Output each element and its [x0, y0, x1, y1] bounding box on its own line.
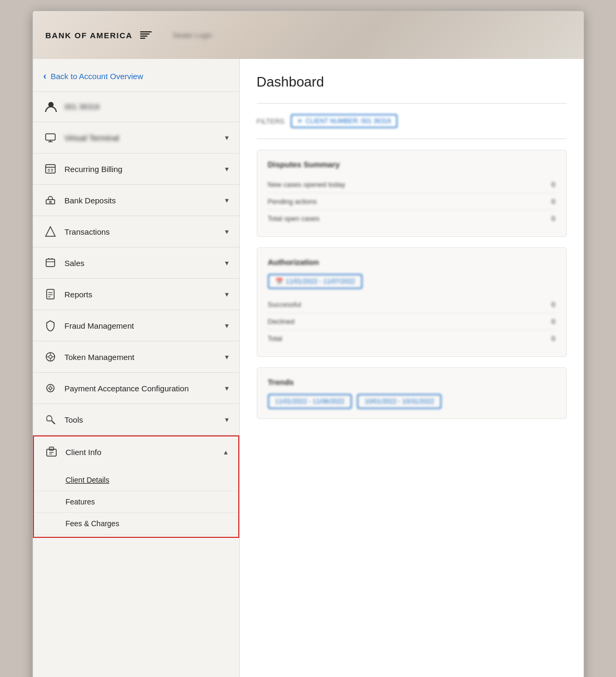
- fraud-management-icon: [44, 319, 57, 332]
- virtual-terminal-label: Virtual Terminal: [65, 133, 119, 142]
- bank-name: BANK OF AMERICA: [46, 31, 133, 40]
- svg-point-29: [49, 387, 51, 390]
- sidebar-item-client-info[interactable]: Client Info ▴: [34, 436, 238, 467]
- sidebar-item-sales[interactable]: Sales ▾: [33, 247, 239, 279]
- token-management-icon: [44, 350, 57, 364]
- main-content: Dashboard FILTERS ✕ CLIENT NUMBER: 001 3…: [240, 59, 584, 677]
- bank-deposits-chevron: ▾: [225, 196, 229, 204]
- svg-rect-18: [47, 289, 54, 299]
- sidebar-item-features[interactable]: Features: [34, 491, 238, 513]
- disputes-summary-section: Disputes Summary New cases opened today …: [257, 150, 567, 237]
- reports-label: Reports: [65, 290, 93, 299]
- sidebar-item-fees-charges[interactable]: Fees & Charges: [34, 513, 238, 535]
- disputes-row-0: New cases opened today 0: [268, 176, 556, 193]
- payment-acceptance-icon: [44, 381, 57, 395]
- tools-icon: [44, 413, 57, 426]
- disputes-row-1-value: 0: [551, 198, 555, 205]
- token-management-label: Token Management: [65, 353, 135, 362]
- nav-item-left: Transactions: [44, 225, 110, 238]
- main-window: BANK OF AMERICA Dealer Login ‹ Back to A…: [32, 11, 584, 677]
- user-avatar-icon: [44, 99, 58, 114]
- payment-acceptance-chevron: ▾: [225, 384, 229, 392]
- main-layout: ‹ Back to Account Overview 001 36316: [33, 59, 584, 677]
- nav-item-left: Virtual Terminal: [44, 131, 119, 144]
- trends-title: Trends: [268, 378, 556, 387]
- logo-line-1: [140, 31, 152, 32]
- auth-row-0: Successful 0: [268, 296, 556, 313]
- trends-badge-row: 11/01/2022 - 11/06/2022 10/01/2022 - 10/…: [268, 394, 556, 409]
- back-arrow-icon: ‹: [44, 71, 47, 82]
- user-section: 001 36316: [33, 92, 239, 122]
- auth-row-1-label: Declined: [268, 318, 295, 325]
- bank-deposits-icon: [44, 193, 57, 207]
- client-info-label: Client Info: [66, 448, 102, 457]
- sidebar-item-reports[interactable]: Reports ▾: [33, 279, 239, 310]
- filters-row: FILTERS ✕ CLIENT NUMBER: 001 36316: [257, 114, 567, 128]
- svg-rect-14: [46, 259, 55, 267]
- nav-item-left: Reports: [44, 287, 93, 301]
- disputes-title: Disputes Summary: [268, 160, 556, 169]
- client-info-icon: [45, 445, 58, 459]
- auth-row-1-value: 0: [551, 318, 555, 325]
- auth-date-badge[interactable]: 📅 11/01/2022 - 11/07/2022: [268, 274, 363, 289]
- sidebar-item-tools[interactable]: Tools ▾: [33, 404, 239, 435]
- back-to-account-link[interactable]: ‹ Back to Account Overview: [33, 59, 239, 92]
- token-management-chevron: ▾: [225, 353, 229, 361]
- calendar-icon: 📅: [275, 278, 283, 285]
- fraud-management-chevron: ▾: [225, 321, 229, 330]
- header-user: Dealer Login: [173, 31, 212, 39]
- reports-icon: [44, 287, 57, 301]
- filters-label: FILTERS: [257, 117, 285, 125]
- svg-point-23: [49, 355, 52, 358]
- auth-date-range: 11/01/2022 - 11/07/2022: [286, 278, 355, 285]
- auth-row-2: Total 0: [268, 330, 556, 347]
- filter-badge-client[interactable]: ✕ CLIENT NUMBER: 001 36316: [291, 114, 397, 128]
- nav-item-left: Token Management: [44, 350, 135, 364]
- filter-icon: ✕: [297, 117, 302, 125]
- fraud-management-label: Fraud Management: [65, 321, 134, 330]
- svg-rect-4: [46, 165, 55, 173]
- authorization-title: Authorization: [268, 258, 556, 267]
- logo-line-2: [140, 33, 150, 35]
- tools-chevron: ▾: [225, 415, 229, 424]
- bank-deposits-label: Bank Deposits: [65, 196, 116, 205]
- sidebar-item-fraud-management[interactable]: Fraud Management ▾: [33, 310, 239, 341]
- title-divider: [257, 103, 567, 104]
- disputes-row-1-label: Pending actions: [268, 198, 317, 205]
- nav-item-left: Sales: [44, 256, 85, 270]
- sidebar: ‹ Back to Account Overview 001 36316: [33, 59, 240, 677]
- auth-row-1: Declined 0: [268, 313, 556, 330]
- svg-marker-13: [46, 227, 55, 236]
- sidebar-item-client-details[interactable]: Client Details: [34, 469, 238, 491]
- auth-row-0-label: Successful: [268, 301, 301, 308]
- sidebar-item-transactions[interactable]: Transactions ▾: [33, 216, 239, 247]
- sales-label: Sales: [65, 259, 85, 268]
- payment-acceptance-label: Payment Acceptance Configuration: [65, 384, 189, 393]
- disputes-row-1: Pending actions 0: [268, 193, 556, 210]
- sidebar-item-recurring-billing[interactable]: Recurring Billing ▾: [33, 153, 239, 185]
- logo-area: BANK OF AMERICA: [46, 31, 152, 40]
- disputes-row-0-label: New cases opened today: [268, 181, 345, 188]
- sidebar-item-virtual-terminal[interactable]: Virtual Terminal ▾: [33, 122, 239, 153]
- sidebar-item-bank-deposits[interactable]: Bank Deposits ▾: [33, 185, 239, 216]
- nav-item-left: Bank Deposits: [44, 193, 116, 207]
- trends-badge-2[interactable]: 10/01/2022 - 10/31/2022: [357, 394, 441, 409]
- nav-item-left: Client Info: [45, 445, 102, 459]
- auth-row-0-value: 0: [551, 301, 555, 308]
- disputes-row-2: Total open cases 0: [268, 210, 556, 227]
- sidebar-item-token-management[interactable]: Token Management ▾: [33, 341, 239, 373]
- recurring-billing-icon: [44, 162, 57, 176]
- recurring-billing-chevron: ▾: [225, 165, 229, 173]
- transactions-chevron: ▾: [225, 227, 229, 236]
- bank-logo-icon: [140, 31, 152, 39]
- virtual-terminal-chevron: ▾: [225, 133, 229, 142]
- disputes-row-2-label: Total open cases: [268, 215, 320, 222]
- trends-badge-1[interactable]: 11/01/2022 - 11/06/2022: [268, 394, 352, 409]
- filter-badge-text: CLIENT NUMBER: 001 36316: [306, 117, 391, 125]
- filters-divider: [257, 139, 567, 139]
- back-link-label: Back to Account Overview: [51, 72, 143, 81]
- virtual-terminal-icon: [44, 131, 57, 144]
- auth-row-2-label: Total: [268, 335, 282, 342]
- sidebar-item-payment-acceptance[interactable]: Payment Acceptance Configuration ▾: [33, 373, 239, 404]
- trends-section: Trends 11/01/2022 - 11/06/2022 10/01/202…: [257, 367, 567, 419]
